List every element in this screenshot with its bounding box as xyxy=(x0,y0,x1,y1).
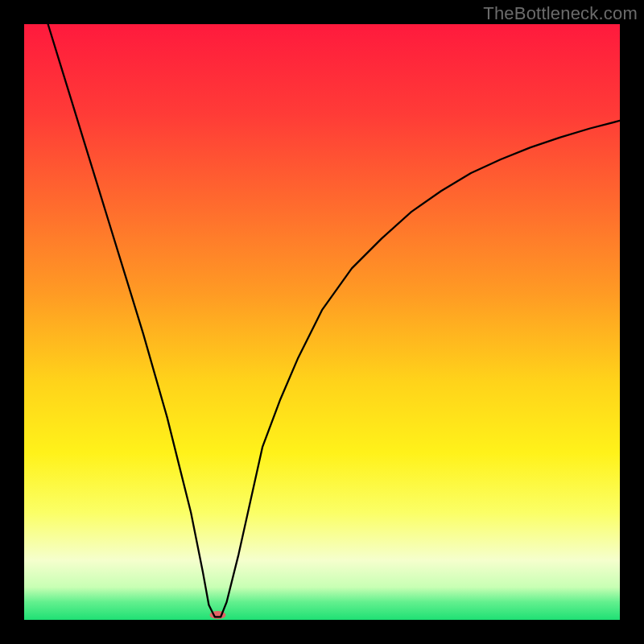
plot-area xyxy=(24,24,620,620)
chart-canvas xyxy=(24,24,620,620)
chart-background xyxy=(24,24,620,620)
chart-frame: TheBottleneck.com xyxy=(0,0,644,644)
watermark-text: TheBottleneck.com xyxy=(483,3,638,24)
